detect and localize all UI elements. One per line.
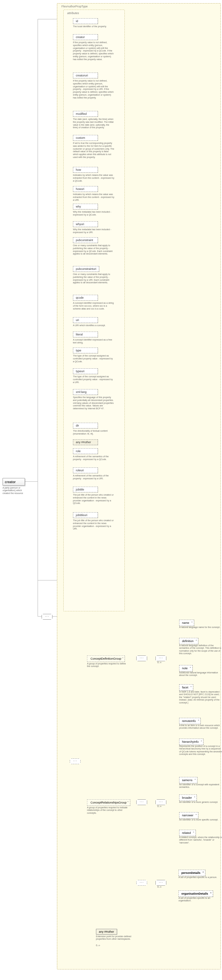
attr-name[interactable]: how — [73, 167, 98, 173]
element-note[interactable]: note — [179, 665, 193, 671]
attr-roleuri: roleuriA refinement of the semantics of … — [73, 467, 118, 480]
attr-name[interactable]: jobtitle — [73, 487, 98, 492]
element-organisationDetails[interactable]: organisationDetails — [179, 891, 213, 897]
attr-jobtitleuri: jobtitleuriThe job title of the person w… — [73, 512, 118, 530]
element-broader[interactable]: broader — [179, 795, 197, 801]
attr-name[interactable]: literal — [73, 332, 98, 337]
attr-qcode: qcodeA concept identifier expressed as a… — [73, 294, 118, 310]
attr-name[interactable]: modified — [73, 111, 98, 117]
any-label: any ##other — [99, 930, 114, 933]
element-personDetails[interactable]: personDetails — [179, 870, 205, 876]
attr-name[interactable]: qcode — [73, 295, 98, 301]
attr-role: roleA refinement of the semantics of the… — [73, 448, 118, 461]
root-element-desc: A party (person or organisation) which c… — [3, 487, 26, 495]
attr-name[interactable]: creator — [73, 34, 98, 40]
element-facet[interactable]: facet — [179, 684, 193, 690]
attr-jobtitle: jobtitleThe job title of the person who … — [73, 486, 118, 505]
attr-name[interactable]: pubconstraint — [73, 237, 98, 243]
attr-desc: A refinement of the semantics of the pro… — [73, 455, 115, 461]
element-desc: A set of properties specific to an organ… — [179, 897, 222, 902]
attr-desc: Specifies the language of this property … — [73, 396, 115, 410]
element-sameAs[interactable]: sameAs — [179, 777, 197, 783]
attr-how: howIndicates by which means the value wa… — [73, 166, 118, 182]
attr-dir: dirThe directionality of textual content… — [73, 422, 118, 436]
attr-name[interactable]: xml:lang — [73, 389, 98, 395]
attr-name[interactable]: whyuri — [73, 221, 98, 227]
sequence-main[interactable] — [42, 614, 53, 620]
attr-name[interactable]: any ##other — [73, 439, 98, 445]
element-desc: Represents the position of a concept in … — [179, 745, 222, 756]
attr-name[interactable]: jobtitleuri — [73, 512, 98, 518]
attr-type: typeThe type of the concept assigned as … — [73, 347, 118, 363]
attr-typeuri: typeuriThe type of the concept assigned … — [73, 368, 118, 384]
attr-xml-lang: xml:langSpecifies the language of this p… — [73, 388, 118, 410]
element-desc: A related concept, where the relationshi… — [179, 836, 222, 844]
attr-desc: The local identifier of the property. — [73, 25, 115, 28]
occurrence-any: 0..∞ — [96, 944, 100, 947]
attr-name[interactable]: pubconstrainturi — [73, 266, 99, 272]
choice-pd[interactable] — [155, 880, 166, 886]
attr-name[interactable]: creatoruri — [73, 73, 98, 78]
attr-creatoruri: creatoruriIf the property value is not d… — [73, 72, 118, 99]
attr-desc: Indicates by which means the value was e… — [73, 174, 115, 182]
attr-desc: If the property value is not defined, sp… — [73, 80, 115, 99]
root-element-name: creator — [5, 480, 16, 484]
attributes-title: attributes — [67, 11, 79, 15]
attr-name[interactable]: type — [73, 348, 98, 353]
attr-pubconstraint: pubconstraintOne or many constraints tha… — [73, 237, 118, 256]
attr-desc: One or many constraints that apply to pu… — [73, 273, 115, 284]
element-desc: An identifier of a more specific concept… — [179, 819, 218, 821]
attr-name[interactable]: howuri — [73, 186, 98, 192]
element-desc: Additional natural language information … — [179, 671, 222, 677]
attr-desc: The job title of the person who created … — [73, 519, 115, 530]
attr-name[interactable]: id — [73, 18, 98, 24]
element-desc: A natural language definition of the sem… — [179, 644, 222, 655]
element-desc: A natural language name for the concept. — [179, 626, 220, 628]
attr-name[interactable]: why — [73, 204, 98, 209]
attr-id: idThe local identifier of the property. — [73, 18, 118, 28]
element-desc: In NAR 1.8 and later, facet is deprecate… — [179, 690, 222, 704]
element-desc: An identifier of a concept with equivale… — [179, 783, 222, 789]
element-name[interactable]: name — [179, 620, 194, 626]
attr-name[interactable]: roleuri — [73, 468, 98, 473]
any-other-element[interactable]: any ##other — [96, 929, 117, 935]
group-label: ConceptRelationshipsGroup — [91, 801, 127, 804]
element-related[interactable]: related — [179, 830, 196, 836]
element-narrower[interactable]: narrower — [179, 812, 198, 819]
attr-desc: A concept identifier expressed as a free… — [73, 339, 115, 344]
attr-desc: Why the metadata has been included - exp… — [73, 228, 115, 234]
group-concept-relationships[interactable]: ConceptRelationshipsGroup — [87, 799, 130, 806]
attr-why: whyWhy the metadata has been included - … — [73, 203, 118, 216]
choice-crg[interactable] — [155, 799, 166, 805]
occurrence-pd: 0..∞ — [157, 886, 161, 888]
attr-name[interactable]: uri — [73, 317, 98, 323]
element-definition[interactable]: definition — [179, 638, 198, 644]
attr-name[interactable]: typeuri — [73, 368, 98, 374]
element-hierarchyInfo[interactable]: hierarchyInfo — [179, 738, 203, 745]
attr-name[interactable]: dir — [73, 423, 98, 428]
attr-any---other: any ##other — [73, 439, 118, 445]
sequence-groups[interactable] — [70, 759, 81, 764]
attr-desc: If set to true the corresponding propert… — [73, 142, 115, 159]
attr-desc: Why the metadata has been included - exp… — [73, 211, 115, 216]
attr-desc: Indicates by which means the value was e… — [73, 193, 115, 201]
attr-literal: literalA concept identifier expressed as… — [73, 331, 118, 344]
attr-pubconstrainturi: pubconstrainturiOne or many constraints … — [73, 266, 118, 284]
element-remoteInfo[interactable]: remoteInfo — [179, 718, 201, 724]
attr-custom: customIf set to true the corresponding p… — [73, 134, 118, 159]
attr-desc: The type of the concept assigned as cont… — [73, 375, 115, 384]
choice-cdg[interactable] — [155, 655, 166, 661]
attr-creator: creatorIf the property value is not defi… — [73, 33, 118, 61]
sequence-pd[interactable] — [136, 880, 147, 886]
attr-name[interactable]: role — [73, 448, 98, 454]
group-concept-relationships-desc: A group of properties required to indica… — [87, 807, 132, 815]
attr-name[interactable]: custom — [73, 135, 98, 141]
group-concept-definition[interactable]: ConceptDefinitionGroup — [87, 655, 125, 662]
attr-desc: The job title of the person who created … — [73, 494, 115, 505]
root-element[interactable]: creator — [3, 478, 25, 486]
element-desc: A set of properties specific to a person… — [179, 876, 217, 879]
sequence-cdg[interactable] — [136, 655, 147, 661]
attr-uri: uriA URI which identifies a concept. — [73, 317, 118, 327]
sequence-crg[interactable] — [136, 799, 147, 805]
occurrence-cdg: 0..∞ — [157, 661, 161, 663]
